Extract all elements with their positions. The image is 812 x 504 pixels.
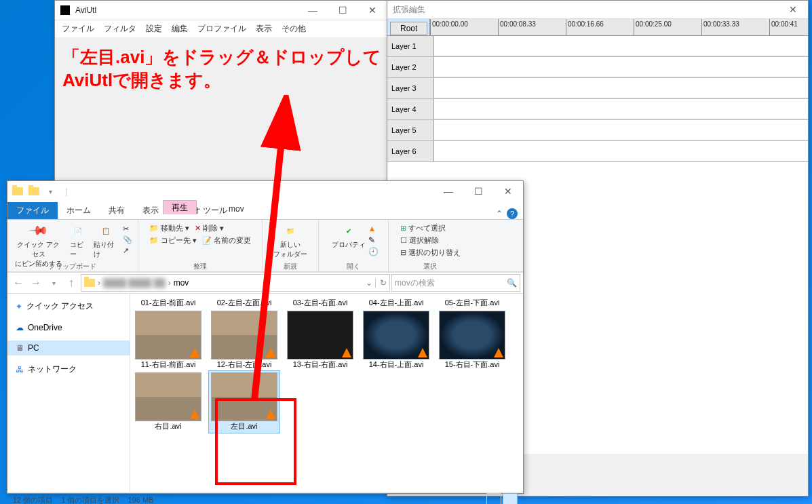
vlc-cone-icon [418, 348, 427, 357]
file-item[interactable]: 12-右目-左面.avi [209, 309, 279, 371]
menu-settings[interactable]: 設定 [146, 23, 162, 35]
forward-button[interactable]: → [28, 275, 44, 291]
help-icon[interactable]: ? [507, 208, 518, 219]
file-item-left-eye[interactable]: 左目.avi [209, 371, 279, 433]
paste-shortcut-button[interactable]: ↗ [121, 246, 134, 256]
delete-button[interactable]: ✕削除▾ [193, 222, 225, 234]
file-item[interactable]: 01-左目-前面.avi [133, 296, 204, 309]
layer-label[interactable]: Layer 5 [387, 120, 434, 140]
video-thumbnail [211, 372, 277, 421]
address-bar[interactable]: › ████ ████ ██ › mov ⌄ ↻ [81, 274, 390, 292]
layer-label[interactable]: Layer 3 [387, 78, 434, 98]
menu-filter[interactable]: フィルタ [104, 23, 136, 35]
file-item[interactable]: 14-右目-上面.avi [361, 309, 431, 371]
layer-label[interactable]: Layer 6 [387, 141, 434, 161]
file-item[interactable]: 03-左目-右面.avi [285, 296, 355, 309]
copy-icon: 📄 [70, 222, 86, 239]
new-folder-button[interactable]: 📁新しい フォルダー [271, 221, 310, 260]
addr-folder[interactable]: mov [174, 278, 189, 288]
ribbon: 📌クイック アクセス にピン留めする 📄コピー 📋貼り付け ✂ 📎 ↗ クリップ… [7, 220, 523, 272]
layer-label[interactable]: Layer 1 [387, 36, 434, 56]
minimize-button[interactable]: — [433, 182, 463, 201]
up-button[interactable]: ↑ [63, 275, 79, 291]
minimize-button[interactable]: — [298, 1, 328, 20]
file-item[interactable]: 15-右目-下面.avi [437, 309, 507, 371]
maximize-button[interactable]: ☐ [463, 182, 493, 201]
layer-label[interactable]: Layer 2 [387, 57, 434, 77]
explorer-titlebar[interactable]: ▾ | — ☐ ✕ [7, 181, 523, 201]
layer-track[interactable] [434, 120, 808, 140]
file-pane[interactable]: 01-左目-前面.avi 02-左目-左面.avi 03-左目-右面.avi 0… [130, 294, 523, 492]
nav-network[interactable]: 🖧ネットワーク [7, 361, 130, 378]
time-ruler[interactable]: 00:00:00.00 00:00:08.33 00:00:16.66 00:0… [430, 19, 808, 35]
details-view-button[interactable] [486, 493, 501, 504]
rename-button[interactable]: 📝名前の変更 [201, 235, 252, 246]
group-open-label: 開く [319, 262, 388, 271]
move-to-button[interactable]: 📁移動先▾ [148, 222, 191, 234]
layer-track[interactable] [434, 99, 808, 119]
nav-onedrive[interactable]: ☁OneDrive [7, 320, 130, 335]
aviutl-menubar: ファイル フィルタ 設定 編集 プロファイル 表示 その他 [55, 20, 387, 37]
recent-button[interactable]: ▾ [45, 275, 62, 291]
addr-dropdown-icon[interactable]: ⌄ [366, 278, 372, 288]
menu-profile[interactable]: プロファイル [197, 23, 246, 35]
nav-pc[interactable]: 🖥PC [7, 341, 130, 355]
cut-button[interactable]: ✂ [121, 224, 134, 234]
file-grid: 右目.avi 左目.avi [133, 371, 520, 433]
select-none-icon: ☐ [400, 236, 407, 245]
properties-button[interactable]: ✔プロパティ [329, 221, 368, 256]
explorer-body: ✦クイック アクセス ☁OneDrive 🖥PC 🖧ネットワーク 01-左目-前… [7, 294, 523, 492]
back-button[interactable]: ← [10, 275, 26, 291]
file-item[interactable]: 02-左目-左面.avi [209, 296, 279, 309]
thumbnails-view-button[interactable] [503, 493, 518, 504]
file-item[interactable]: 13-右目-右面.avi [285, 309, 355, 371]
edit-icon[interactable]: ✎ [368, 235, 379, 245]
ext-close-button[interactable]: ✕ [778, 0, 808, 19]
layer-track[interactable] [434, 141, 808, 161]
menu-edit[interactable]: 編集 [172, 23, 188, 35]
tab-playback[interactable]: 再生 [163, 200, 197, 214]
file-item[interactable]: 11-右目-前面.avi [133, 309, 204, 371]
tab-share[interactable]: 共有 [100, 202, 134, 219]
layer-track[interactable] [434, 78, 808, 98]
cloud-icon: ☁ [16, 323, 24, 332]
qat-button[interactable] [26, 184, 41, 199]
rename-icon: 📝 [202, 236, 212, 245]
star-icon: ✦ [16, 302, 22, 311]
ext-titlebar[interactable]: 拡張編集 ✕ [387, 1, 808, 19]
history-icon[interactable]: 🕘 [368, 247, 379, 256]
maximize-button[interactable]: ☐ [328, 1, 357, 20]
layer-track[interactable] [434, 57, 808, 77]
paste-icon: 📋 [98, 222, 114, 239]
refresh-icon[interactable]: ↻ [375, 278, 387, 288]
copy-path-button[interactable]: 📎 [121, 235, 134, 245]
root-button[interactable]: Root [390, 22, 427, 35]
menu-file[interactable]: ファイル [62, 23, 94, 35]
status-size: 196 MB [128, 496, 153, 504]
close-button[interactable]: ✕ [493, 182, 523, 201]
qat-expand-icon[interactable]: ▾ [43, 184, 58, 199]
ribbon-expand-icon[interactable]: ⌃ [496, 209, 503, 218]
menu-view[interactable]: 表示 [256, 23, 272, 35]
file-item[interactable]: 05-左目-下面.avi [437, 296, 507, 309]
vlc-cone-icon[interactable]: ▲ [368, 224, 379, 233]
file-item[interactable]: 04-左目-上面.avi [361, 296, 431, 309]
select-all-button[interactable]: ⊞すべて選択 [399, 222, 462, 234]
aviutl-titlebar[interactable]: AviUtl — ☐ ✕ [55, 1, 387, 20]
invert-selection-button[interactable]: ⊟選択の切り替え [399, 247, 462, 258]
search-input[interactable]: movの検索 🔍 [391, 274, 520, 292]
layer-label[interactable]: Layer 4 [387, 99, 434, 119]
close-button[interactable]: ✕ [357, 1, 387, 20]
menu-other[interactable]: その他 [282, 23, 306, 35]
file-item-right-eye[interactable]: 右目.avi [133, 371, 204, 433]
copy-to-button[interactable]: 📁コピー先▾ [148, 235, 198, 246]
tab-file[interactable]: ファイル [7, 202, 58, 219]
ruler-row: Root 00:00:00.00 00:00:08.33 00:00:16.66… [387, 19, 808, 36]
layer-track[interactable] [434, 36, 808, 56]
nav-quick-access[interactable]: ✦クイック アクセス [7, 298, 130, 315]
tab-home[interactable]: ホーム [58, 202, 100, 219]
select-none-button[interactable]: ☐選択解除 [399, 235, 462, 246]
chevron-down-icon: ▾ [185, 224, 189, 233]
pc-icon: 🖥 [16, 343, 24, 353]
network-icon: 🖧 [16, 365, 24, 374]
